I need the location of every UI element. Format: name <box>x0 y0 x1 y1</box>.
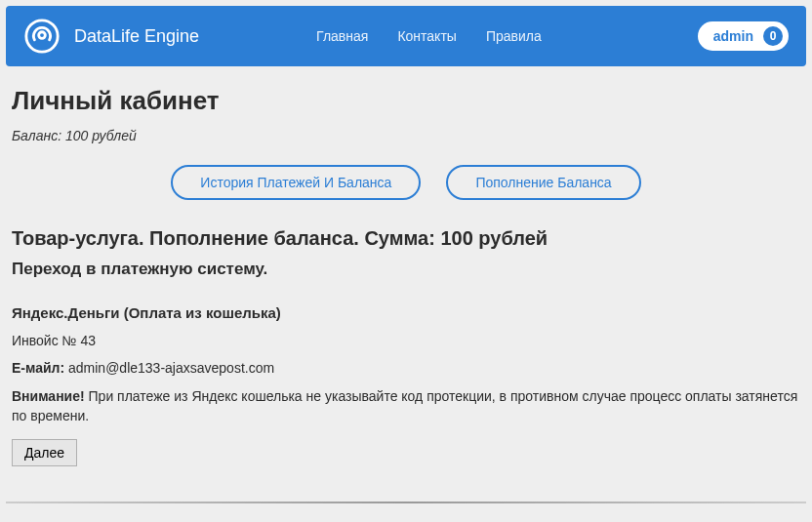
nav-contacts[interactable]: Контакты <box>397 28 456 44</box>
tab-payment-history[interactable]: История Платежей И Баланса <box>171 165 421 200</box>
user-name: admin <box>713 28 753 44</box>
nav-rules[interactable]: Правила <box>486 28 542 44</box>
email-value: admin@dle133-ajaxsavepost.com <box>68 360 274 376</box>
warning-label: Внимание! <box>12 388 85 404</box>
page-title: Личный кабинет <box>12 86 800 116</box>
notifications-badge: 0 <box>763 26 783 46</box>
invoice-line: Инвойс № 43 <box>12 333 800 348</box>
email-label: E-майл: <box>12 360 64 376</box>
item-title: Товар-услуга. Пополнение баланса. Сумма:… <box>12 227 800 250</box>
logo-icon <box>23 18 61 55</box>
svg-point-0 <box>26 20 58 52</box>
email-line: E-майл: admin@dle133-ajaxsavepost.com <box>12 360 800 376</box>
proceed-button[interactable]: Далее <box>12 439 77 466</box>
balance-line: Баланс: 100 рублей <box>12 128 800 143</box>
header-bar: DataLife Engine Главная Контакты Правила… <box>6 6 806 66</box>
payment-method: Яндекс.Деньги (Оплата из кошелька) <box>12 304 800 321</box>
warning-text: При платеже из Яндекс кошелька не указыв… <box>12 388 797 423</box>
main-nav: Главная Контакты Правила <box>316 28 542 44</box>
subtitle: Переход в платежную систему. <box>12 260 800 279</box>
logo-title: DataLife Engine <box>74 26 199 47</box>
tab-topup-balance[interactable]: Пополнение Баланса <box>446 165 640 200</box>
warning-line: Внимание! При платеже из Яндекс кошелька… <box>12 387 800 425</box>
footer-divider <box>6 502 806 503</box>
nav-home[interactable]: Главная <box>316 28 368 44</box>
logo[interactable]: DataLife Engine <box>23 18 199 55</box>
user-pill[interactable]: admin 0 <box>698 21 789 51</box>
content: Личный кабинет Баланс: 100 рублей Истори… <box>6 66 806 476</box>
svg-point-1 <box>39 32 46 39</box>
tab-row: История Платежей И Баланса Пополнение Ба… <box>12 165 800 200</box>
